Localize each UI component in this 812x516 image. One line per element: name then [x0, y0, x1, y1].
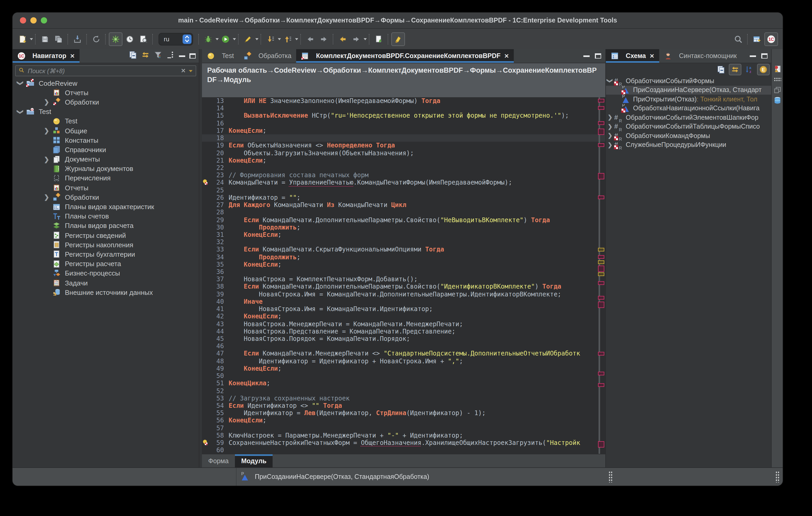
- navigator-tree-item[interactable]: Регистры сведений: [12, 231, 199, 240]
- chevron-right-icon[interactable]: ❯: [41, 155, 52, 163]
- navigator-tree-item[interactable]: Отчеты: [12, 183, 199, 192]
- chevron-right-icon[interactable]: ❯: [606, 123, 614, 130]
- quick-fix-button[interactable]: [242, 33, 254, 45]
- last-edit-location-button[interactable]: [337, 33, 349, 45]
- chevron-right-icon[interactable]: ❯: [41, 194, 52, 201]
- forward-history-caret[interactable]: [364, 38, 367, 40]
- minimize-panel-button[interactable]: [179, 55, 185, 57]
- status-drag-handle[interactable]: [608, 471, 613, 483]
- schema-tree-item[interactable]: ❯#RСлужебныеПроцедурыИФункции: [606, 140, 772, 150]
- annotation-marker-pink[interactable]: [598, 106, 604, 110]
- code-line[interactable]: 18: [202, 134, 605, 142]
- new-dropdown-caret[interactable]: [30, 38, 33, 40]
- navigator-tree-item[interactable]: Константы: [12, 135, 199, 145]
- annotation-marker-pink[interactable]: [598, 144, 604, 147]
- code-line[interactable]: 15ВызватьИсключение НСтр("ru='Непосредст…: [202, 112, 605, 119]
- search-dropdown-icon[interactable]: [188, 69, 193, 72]
- drag-handle-icon[interactable]: [772, 74, 783, 85]
- schema-tree-item[interactable]: ❯#RОбработчикиСобытийЭлементовШапкиФор: [606, 113, 772, 122]
- chevron-down-icon[interactable]: ❯: [14, 80, 26, 87]
- code-line[interactable]: 45НоваяСтрока.Порядок = КомандаПечати.По…: [202, 335, 605, 342]
- debug-dropdown-caret[interactable]: [215, 38, 219, 40]
- chevron-right-icon[interactable]: ❯: [606, 142, 614, 149]
- code-line[interactable]: 24КомандыПечати = УправлениеПечатью.Кома…: [202, 179, 605, 186]
- tab-syntax-helper[interactable]: Синтакс-помощник: [659, 49, 742, 63]
- code-line[interactable]: 47Если КомандаПечати.МенеджерПечати <> "…: [202, 350, 605, 357]
- code-line[interactable]: 31КонецЕсли;: [202, 231, 605, 238]
- mark-occurrences-button[interactable]: [392, 32, 405, 46]
- editor-tab-active[interactable]: КомплектДокументовBPDF.СохранениеКомплек…: [296, 49, 514, 63]
- sort-button[interactable]: az: [744, 64, 755, 75]
- navigator-tree-item[interactable]: Бизнес-процессы: [12, 269, 199, 278]
- configuration-check-button[interactable]: [109, 32, 122, 46]
- code-line[interactable]: 38Если КомандаПечати.ДополнительныеПарам…: [202, 283, 605, 291]
- 1c-perspective-button[interactable]: 1С: [764, 32, 778, 46]
- tab-schema[interactable]: Схема ✕: [606, 49, 659, 63]
- annotation-marker-pink[interactable]: [598, 302, 604, 308]
- code-line[interactable]: 23// Формирования состава печатных форм: [202, 172, 605, 179]
- save-button[interactable]: [39, 33, 51, 45]
- chevron-right-icon[interactable]: ❯: [41, 127, 52, 134]
- minimize-panel-button[interactable]: [750, 55, 756, 57]
- open-perspective-button[interactable]: [751, 33, 763, 45]
- editor-tab-inactive[interactable]: Обработка: [239, 49, 296, 63]
- navigator-tree-item[interactable]: Test: [12, 117, 199, 126]
- navigator-tree-item[interactable]: Отчеты: [12, 88, 199, 97]
- annotation-marker-yellow[interactable]: [598, 247, 604, 251]
- code-line[interactable]: 16: [202, 119, 605, 127]
- run-dropdown-caret[interactable]: [233, 38, 236, 40]
- code-line[interactable]: 13ИЛИ НЕ ЗначениеЗаполнено(ИмяПередаваем…: [202, 97, 605, 104]
- schema-tree-item[interactable]: ❯#RОбработчикиСобытийФормы: [606, 76, 772, 86]
- annotation-marker-pink[interactable]: [598, 195, 604, 199]
- code-line[interactable]: 25: [202, 186, 605, 194]
- navigator-tree-item[interactable]: Планы видов расчета: [12, 221, 199, 231]
- code-line[interactable]: 52: [202, 387, 605, 394]
- annotation-marker-pink[interactable]: [598, 383, 604, 387]
- chevron-down-icon[interactable]: ❯: [606, 78, 614, 85]
- navigator-tree-item[interactable]: Перечисления: [12, 174, 199, 183]
- code-line[interactable]: 42КонецЕсли;: [202, 313, 605, 320]
- code-line[interactable]: 35КонецЕсли;: [202, 261, 605, 268]
- database-view-icon[interactable]: [772, 95, 783, 105]
- annotation-marker-pink[interactable]: [598, 441, 604, 447]
- navigator-search[interactable]: Поиск (⌘+8) ✕: [15, 65, 196, 76]
- code-line[interactable]: 17КонецЕсли;: [202, 127, 605, 134]
- annotation-marker-pink[interactable]: [598, 266, 604, 272]
- annotation-marker-pink[interactable]: [598, 372, 604, 375]
- next-annotation-caret[interactable]: [278, 38, 281, 40]
- navigator-tree-item[interactable]: Регистры бухгалтерии: [12, 250, 199, 259]
- overview-ruler[interactable]: [596, 97, 605, 454]
- annotation-marker-yellow[interactable]: [598, 272, 604, 276]
- code-line[interactable]: 28: [202, 209, 605, 216]
- filter-button[interactable]: [154, 51, 162, 61]
- maximize-editor-button[interactable]: [595, 53, 601, 59]
- code-line[interactable]: 37НоваяСтрока = КомплектПечатныхФорм.Доб…: [202, 276, 605, 283]
- navigator-tree-item[interactable]: ❯Обработки: [12, 193, 199, 202]
- code-line[interactable]: 54Если Идентификатор <> "" Тогда: [202, 402, 605, 409]
- run-button[interactable]: [219, 33, 232, 45]
- close-icon[interactable]: ✕: [504, 53, 509, 59]
- navigator-tree-item[interactable]: ❯Обработки: [12, 97, 199, 107]
- schema-tree-item[interactable]: PПриОткрытии(Отказ) : Тонкий клиент, Тол: [606, 95, 772, 104]
- save-all-button[interactable]: [52, 33, 65, 45]
- new-wizard-button[interactable]: [16, 33, 29, 45]
- code-line[interactable]: 48Идентификатор = Идентификатор + НоваяС…: [202, 357, 605, 365]
- code-line[interactable]: 32: [202, 238, 605, 246]
- collapse-all-button[interactable]: [129, 51, 137, 61]
- collapse-all-button[interactable]: [715, 64, 727, 75]
- module-tab-модуль[interactable]: Модуль: [235, 454, 273, 468]
- search-icon[interactable]: [732, 33, 745, 45]
- schema-tree-item[interactable]: ❯#RОбработчикиКомандФормы: [606, 131, 772, 140]
- annotation-marker-yellow[interactable]: [598, 260, 604, 264]
- chevron-right-icon[interactable]: ❯: [606, 114, 614, 121]
- navigator-tree-item[interactable]: Регистры расчета: [12, 259, 199, 269]
- code-line[interactable]: 29Если КомандаПечати.ДополнительныеПарам…: [202, 216, 605, 223]
- navigator-tree-item[interactable]: Задачи: [12, 278, 199, 287]
- restore-views-icon[interactable]: [772, 85, 783, 95]
- navigator-tree-item[interactable]: Регистры накопления: [12, 240, 199, 249]
- code-line[interactable]: 34Продолжить;: [202, 253, 605, 261]
- code-line[interactable]: 58КлючНастроек = Параметры.МенеджерПечат…: [202, 432, 605, 439]
- prev-annotation-caret[interactable]: [295, 38, 298, 40]
- annotation-marker-pink[interactable]: [598, 296, 604, 300]
- navigator-tree-item[interactable]: Планы видов характеристик: [12, 202, 199, 211]
